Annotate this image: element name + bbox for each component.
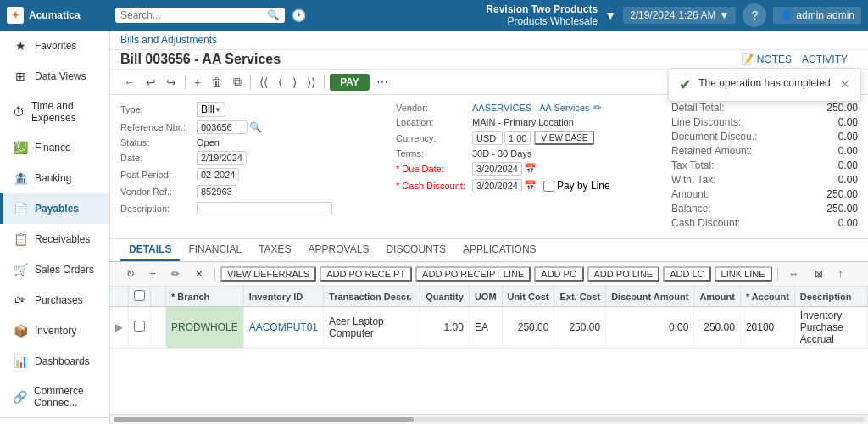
sidebar-item-inventory[interactable]: 📦 Inventory [0, 315, 109, 346]
search-box[interactable]: 🔍 [115, 8, 285, 23]
cash-discount-input[interactable]: 3/20/2024 [472, 179, 522, 192]
vendor-link[interactable]: AASERVICES - AA Services [472, 103, 590, 113]
tab-approvals[interactable]: APPROVALS [300, 239, 378, 261]
sidebar-item-finance[interactable]: 💹 Finance [0, 132, 109, 163]
pay-btn[interactable]: PAY [330, 74, 370, 91]
up-btn[interactable]: ↑ [832, 265, 849, 282]
search-input[interactable] [120, 9, 267, 21]
add-row-btn[interactable]: + [144, 265, 162, 282]
post-period-input[interactable]: 02-2024 [197, 168, 239, 181]
td-expand[interactable]: ▶ [110, 307, 129, 349]
fit-btn[interactable]: ↔ [783, 265, 805, 282]
nav-last-btn[interactable]: ⟩⟩ [303, 74, 319, 91]
redo-btn[interactable]: ↪ [163, 74, 180, 91]
sidebar-item-label: Finance [35, 142, 71, 153]
nav-next-btn[interactable]: ⟩ [289, 74, 300, 91]
inventory-id-link[interactable]: AACOMPUT01 [249, 321, 318, 333]
due-date-input[interactable]: 3/20/2024 [472, 162, 522, 176]
pay-by-line-checkbox[interactable] [543, 181, 554, 192]
vendor-ref-input[interactable]: 852963 [197, 185, 236, 198]
user-icon: 👤 [780, 9, 793, 21]
currency-rate-input[interactable]: 1.00 [504, 131, 531, 145]
nav-first-btn[interactable]: ⟨⟨ [256, 74, 271, 91]
row-chk[interactable] [134, 321, 145, 332]
refresh-btn[interactable]: ↻ [120, 265, 141, 282]
terms-value: 30D - 30 Days [472, 148, 531, 159]
grid-btn[interactable]: ⊠ [809, 265, 829, 282]
sidebar-item-time-expenses[interactable]: ⏱ Time and Expenses [0, 92, 109, 132]
view-deferrals-btn[interactable]: VIEW DEFERRALS [220, 266, 316, 282]
date-input[interactable]: 2/19/2024 [197, 151, 247, 165]
add-lc-btn[interactable]: ADD LC [663, 266, 710, 282]
form-col-left: Type: Bill ▼ Reference Nbr.: 003656 🔍 St… [120, 102, 382, 232]
edit-row-btn[interactable]: ✏ [165, 265, 186, 282]
form-row-currency: Currency: USD 1.00 VIEW BASE [396, 131, 658, 145]
toast-close-btn[interactable]: ✕ [840, 77, 850, 91]
scrollbar-thumb[interactable] [114, 417, 414, 422]
summary-with-tax: With. Tax: 0.00 [671, 174, 858, 186]
tab-activity[interactable]: ACTIVITY [802, 53, 848, 65]
sidebar: ★ Favorites ⊞ Data Views ⏱ Time and Expe… [0, 31, 110, 424]
tab-taxes[interactable]: TAXES [250, 239, 299, 261]
tab-discounts[interactable]: DISCOUNTS [377, 239, 454, 261]
tab-applications[interactable]: APPLICATIONS [454, 239, 544, 261]
add-po-receipt-btn[interactable]: ADD PO RECEIPT [320, 266, 412, 282]
form-row-location: Location: MAIN - Primary Location [396, 117, 658, 127]
add-po-receipt-line-btn[interactable]: ADD PO RECEIPT LINE [415, 266, 531, 282]
horizontal-scrollbar[interactable] [110, 414, 868, 424]
scrollbar-track[interactable] [114, 417, 865, 422]
td-inventory-id[interactable]: AACOMPUT01 [243, 307, 323, 349]
cash-discount-calendar-icon[interactable]: 📅 [524, 180, 537, 192]
undo-btn[interactable]: ↩ [142, 74, 159, 91]
sidebar-item-payables[interactable]: 📄 Payables [0, 193, 109, 224]
sidebar-item-purchases[interactable]: 🛍 Purchases [0, 285, 109, 315]
user-menu[interactable]: 👤 admin admin [773, 7, 861, 24]
sidebar-item-favorites[interactable]: ★ Favorites [0, 31, 109, 61]
sidebar-item-dashboards[interactable]: 📊 Dashboards [0, 346, 109, 377]
sidebar-item-receivables[interactable]: 📋 Receivables [0, 224, 109, 254]
copy-btn[interactable]: ⧉ [230, 73, 245, 91]
company-dropdown-btn[interactable]: ▼ [604, 8, 616, 22]
ref-input[interactable]: 003656 [197, 120, 248, 134]
more-btn[interactable]: ⋯ [373, 74, 392, 91]
form-row-date: Date: 2/19/2024 [120, 151, 382, 165]
tab-details[interactable]: DETAILS [120, 239, 180, 261]
form-row-status: Status: Open [120, 137, 382, 148]
purchases-icon: 🛍 [13, 293, 28, 307]
add-po-btn[interactable]: ADD PO [534, 266, 583, 282]
commerce-connect-icon: 🔗 [13, 390, 27, 404]
view-base-btn[interactable]: VIEW BASE [534, 131, 594, 145]
back-btn[interactable]: ← [120, 74, 139, 91]
delete-row-btn[interactable]: ✕ [189, 265, 209, 282]
datetime-dropdown[interactable]: ▼ [719, 9, 729, 21]
vendor-edit-icon[interactable]: ✏ [593, 102, 602, 114]
currency-input[interactable]: USD [472, 131, 503, 145]
tab-financial[interactable]: FINANCIAL [180, 239, 250, 261]
sidebar-item-commerce-connect[interactable]: 🔗 Commerce Connec... [0, 377, 109, 417]
sidebar-item-label: Commerce Connec... [34, 385, 99, 409]
th-quantity: Quantity [420, 287, 470, 307]
delete-btn[interactable]: 🗑 [208, 74, 226, 91]
sidebar-collapse-btn[interactable]: ◀ [0, 417, 109, 424]
select-all-chk[interactable] [134, 290, 145, 301]
type-select[interactable]: Bill ▼ [197, 102, 225, 117]
history-btn[interactable]: 🕐 [292, 8, 306, 22]
toast-message: The operation has completed. [698, 77, 833, 89]
tab-notes[interactable]: 📝 NOTES [741, 53, 792, 65]
description-input[interactable] [197, 202, 332, 215]
toolbar-sep-2 [250, 75, 251, 90]
form-area: Type: Bill ▼ Reference Nbr.: 003656 🔍 St… [110, 95, 868, 239]
nav-prev-btn[interactable]: ⟨ [275, 74, 286, 91]
sidebar-item-sales-orders[interactable]: 🛒 Sales Orders [0, 254, 109, 285]
add-btn[interactable]: + [191, 74, 204, 91]
link-line-btn[interactable]: LINK LINE [715, 266, 772, 282]
sidebar-item-data-views[interactable]: ⊞ Data Views [0, 61, 109, 92]
breadcrumb[interactable]: Bills and Adjustments [110, 31, 868, 50]
help-btn[interactable]: ? [743, 3, 766, 27]
ref-search-icon[interactable]: 🔍 [249, 121, 262, 133]
form-col-middle: Vendor: AASERVICES - AA Services ✏ Locat… [396, 102, 658, 232]
add-po-line-btn[interactable]: ADD PO LINE [587, 266, 660, 282]
sidebar-item-banking[interactable]: 🏦 Banking [0, 163, 109, 193]
sales-orders-icon: 🛒 [13, 263, 28, 276]
due-date-calendar-icon[interactable]: 📅 [524, 163, 537, 175]
